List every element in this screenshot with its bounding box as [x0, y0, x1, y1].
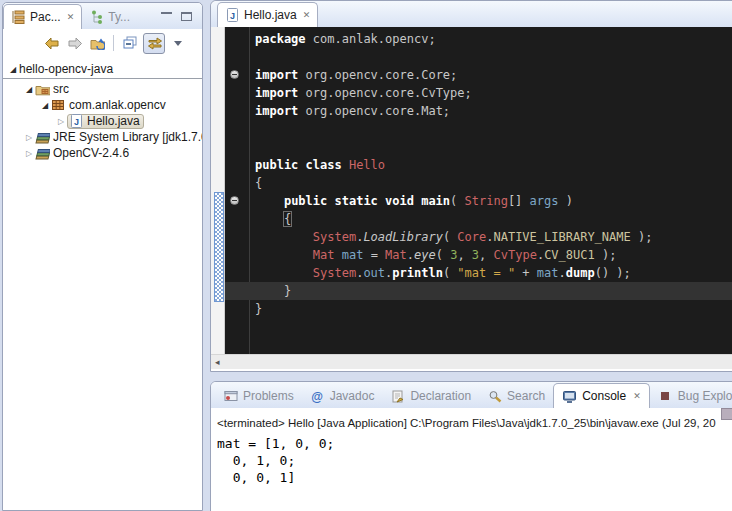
link-editor-icon — [147, 36, 162, 50]
tab-type-hierarchy[interactable]: Ty... — [82, 5, 137, 29]
code-token: 3 — [472, 248, 479, 262]
forward-icon — [67, 36, 82, 50]
project-tree: ◢hello-opencv-java◢src◢com.anlak.opencv▷… — [3, 57, 202, 161]
code-token: Core — [457, 230, 486, 244]
code-token: { — [255, 176, 262, 190]
collapse-arrow-icon[interactable]: ◢ — [39, 101, 51, 110]
tree-item-hello-opencv-java[interactable]: ◢hello-opencv-java — [3, 61, 202, 77]
console-output[interactable]: mat = [1, 0, 0; 0, 1, 0; 0, 0, 1] — [217, 435, 732, 486]
code-token: ( — [443, 266, 457, 280]
tree-item-com-anlak-opencv[interactable]: ◢com.anlak.opencv — [3, 97, 202, 113]
collapse-arrow-icon[interactable]: ◢ — [7, 65, 19, 74]
tree-item-label: com.anlak.opencv — [69, 98, 166, 112]
tab-hello-java[interactable]: J Hello.java ✕ — [217, 2, 318, 27]
horizontal-scrollbar[interactable]: ◂ — [211, 354, 732, 369]
code-line-7 — [225, 138, 732, 156]
fold-collapse-icon[interactable] — [230, 196, 239, 205]
tree-item-jre-system-library-jdk1-7-0-25[interactable]: ▷JRE System Library [jdk1.7.0_25] — [3, 129, 202, 145]
code-line-10: public static void main( String[] args ) — [225, 192, 732, 210]
code-token: com.anlak.opencv; — [306, 32, 436, 46]
tab-label: Bug Explorer — [678, 389, 732, 403]
package-explorer-view: Pac... ✕ Ty... ◢hello-opencv-java◢src◢co… — [2, 2, 203, 511]
code-editor[interactable]: package com.anlak.opencv;import org.open… — [225, 27, 732, 354]
scroll-left-icon[interactable]: ◂ — [211, 357, 220, 367]
collapse-arrow-icon[interactable]: ◢ — [23, 85, 35, 94]
close-icon[interactable]: ✕ — [67, 12, 75, 22]
code-token — [255, 266, 313, 280]
tab-problems[interactable]: Problems — [215, 384, 302, 408]
expand-arrow-icon[interactable]: ▷ — [23, 149, 35, 158]
code-token — [255, 248, 313, 262]
java-file-icon: J — [225, 8, 240, 22]
tree-item-hello-java[interactable]: ▷JHello.java — [3, 113, 202, 129]
svg-text:@: @ — [311, 390, 323, 403]
tree-item-label: JRE System Library [jdk1.7.0_25] — [53, 130, 202, 144]
code-line-13: Mat mat = Mat.eye( 3, 3, CvType.CV_8UC1 … — [225, 246, 732, 264]
tree-item-src[interactable]: ◢src — [3, 81, 202, 97]
close-icon[interactable]: ✕ — [303, 10, 311, 20]
code-token: args — [530, 194, 559, 208]
code-token: public class — [255, 158, 349, 172]
range-indicator — [214, 192, 224, 302]
code-line-4: import org.opencv.core.CvType; — [225, 84, 732, 102]
close-icon[interactable]: ✕ — [633, 391, 641, 401]
tree-divider — [3, 78, 202, 79]
back-button[interactable] — [41, 34, 61, 53]
console-content: <terminated> Hello [Java Application] C:… — [211, 408, 732, 511]
code-line-12: System.LoadLibrary( Core.NATIVE_LIBRARY_… — [225, 228, 732, 246]
fold-collapse-icon[interactable] — [230, 70, 239, 79]
annotation-ruler[interactable] — [211, 27, 225, 354]
code-token: Mat — [385, 248, 407, 262]
editor-area: J Hello.java ✕ package com.anlak.opencv;… — [210, 0, 732, 372]
tab-search[interactable]: Search — [479, 384, 553, 408]
tab-declaration[interactable]: Declaration — [382, 384, 479, 408]
package-icon — [51, 98, 66, 112]
collapse-all-icon — [123, 36, 138, 50]
code-line-8: public class Hello — [225, 156, 732, 174]
tab-hello-java-label: Hello.java — [244, 8, 297, 22]
tab-bug-explorer[interactable]: Bug Explorer — [650, 384, 732, 408]
code-token: . — [407, 248, 414, 262]
tree-item-opencv-2-4-6[interactable]: ▷OpenCV-2.4.6 — [3, 145, 202, 161]
console-icon — [562, 389, 577, 403]
code-line-3: import org.opencv.core.Core; — [225, 66, 732, 84]
expand-arrow-icon[interactable]: ▷ — [23, 133, 35, 142]
code-token: ( — [450, 194, 464, 208]
code-line-18 — [225, 336, 732, 354]
maximize-icon[interactable] — [181, 12, 192, 21]
code-token — [255, 194, 284, 208]
java-file-icon: J — [69, 114, 84, 128]
code-token: NATIVE_LIBRARY_NAME — [493, 230, 630, 244]
code-token: CvType — [494, 248, 537, 262]
tree-item-label: src — [53, 82, 69, 96]
code-token: { — [284, 212, 291, 226]
collapse-all-button[interactable] — [120, 34, 140, 53]
code-token: Hello — [349, 158, 385, 172]
up-folder-icon — [90, 36, 105, 50]
code-token — [334, 248, 341, 262]
link-with-editor-button[interactable] — [143, 33, 165, 54]
tab-package-explorer[interactable]: Pac... ✕ — [3, 4, 82, 29]
console-toolbar-partial-icon[interactable] — [721, 408, 732, 420]
code-line-15: } — [225, 282, 732, 300]
code-token: System — [313, 230, 356, 244]
up-button[interactable] — [87, 34, 107, 53]
code-line-2 — [225, 48, 732, 66]
back-icon — [44, 36, 59, 50]
library-icon — [35, 146, 50, 160]
tab-javadoc[interactable]: @Javadoc — [302, 384, 383, 408]
code-token: ( — [443, 230, 457, 244]
forward-button[interactable] — [64, 34, 84, 53]
tab-console[interactable]: Console✕ — [553, 383, 650, 408]
code-token: ); — [631, 230, 653, 244]
view-menu-button[interactable] — [168, 34, 188, 53]
code-token: mat — [537, 266, 559, 280]
tab-label: Search — [507, 389, 545, 403]
minimize-icon[interactable] — [161, 12, 172, 23]
code-token: println — [392, 266, 443, 280]
expand-arrow-icon[interactable]: ▷ — [55, 117, 67, 126]
code-token: eye — [414, 248, 436, 262]
code-line-16: } — [225, 300, 732, 318]
code-token: System — [313, 266, 356, 280]
view-menu-icon — [171, 36, 186, 50]
